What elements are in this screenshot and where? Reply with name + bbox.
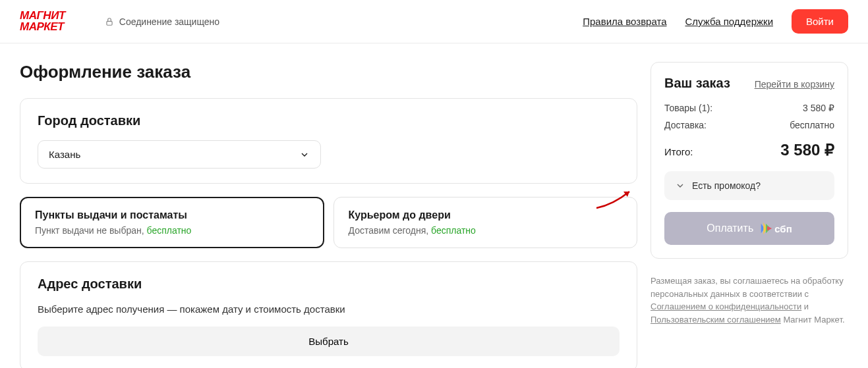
logo[interactable]: МАГНИТ МАРКЕТ (20, 11, 65, 32)
order-summary: Ваш заказ Перейти в корзину Товары (1): … (651, 62, 848, 259)
pay-label: Оплатить (707, 223, 753, 234)
address-card: Адрес доставки Выберите адрес получения … (20, 261, 637, 368)
login-button[interactable]: Войти (792, 9, 848, 34)
city-value: Казань (49, 149, 80, 160)
svg-marker-4 (767, 226, 772, 230)
sbp-icon (759, 221, 773, 236)
svg-rect-0 (107, 21, 112, 25)
total-value: 3 580 ₽ (780, 141, 834, 159)
page-title: Оформление заказа (20, 62, 637, 82)
total-label: Итого: (664, 146, 693, 157)
chevron-down-icon (299, 149, 310, 160)
delivery-pickup-sub: Пункт выдачи не выбран, бесплатно (35, 225, 309, 236)
cart-link[interactable]: Перейти в корзину (755, 79, 834, 90)
chevron-down-icon (675, 180, 685, 191)
secure-indicator: Соединение защищено (105, 16, 219, 27)
promo-label: Есть промокод? (692, 180, 761, 191)
city-title: Город доставки (38, 113, 620, 128)
link-support[interactable]: Служба поддержки (685, 16, 774, 27)
sbp-logo: сбп (759, 221, 792, 236)
lock-icon (105, 17, 114, 26)
promo-toggle[interactable]: Есть промокод? (664, 171, 834, 200)
sbp-text: сбп (774, 223, 792, 234)
privacy-link[interactable]: Соглашением о конфиденциальности (651, 302, 801, 311)
secure-text: Соединение защищено (119, 16, 219, 27)
address-hint: Выберите адрес получения — покажем дату … (38, 303, 620, 315)
choose-address-button[interactable]: Выбрать (38, 327, 620, 356)
delivery-value: бесплатно (790, 120, 834, 130)
delivery-label: Доставка: (664, 120, 707, 130)
delivery-pickup-title: Пункты выдачи и постаматы (35, 209, 309, 221)
terms-link[interactable]: Пользовательским соглашением (651, 315, 781, 325)
legal-text: Размещая заказ, вы соглашаетесь на обраб… (651, 275, 848, 326)
city-select[interactable]: Казань (38, 140, 321, 169)
delivery-courier-title: Курьером до двери (349, 209, 623, 221)
delivery-courier[interactable]: Курьером до двери Доставим сегодня, бесп… (333, 197, 638, 248)
city-card: Город доставки Казань (20, 98, 637, 184)
items-label: Товары (1): (664, 103, 712, 113)
link-returns[interactable]: Правила возврата (583, 16, 666, 27)
pay-button[interactable]: Оплатить сбп (664, 212, 834, 245)
address-title: Адрес доставки (38, 276, 620, 292)
delivery-pickup[interactable]: Пункты выдачи и постаматы Пункт выдачи н… (20, 197, 324, 248)
delivery-courier-sub: Доставим сегодня, бесплатно (349, 225, 623, 236)
items-value: 3 580 ₽ (803, 103, 834, 113)
order-title: Ваш заказ (664, 76, 730, 91)
delivery-options: Пункты выдачи и постаматы Пункт выдачи н… (20, 197, 637, 248)
logo-line2: МАРКЕТ (20, 22, 65, 32)
header-links: Правила возврата Служба поддержки (583, 16, 773, 27)
